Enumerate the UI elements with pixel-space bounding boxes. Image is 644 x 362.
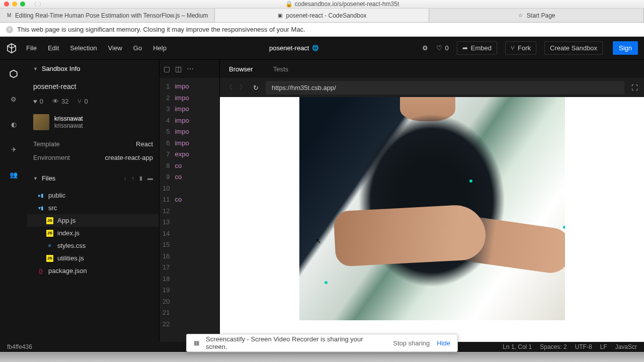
heart-icon: ♥ — [33, 98, 37, 105]
stop-sharing-button[interactable]: Stop sharing — [393, 339, 430, 347]
menu-help[interactable]: Help — [153, 44, 167, 52]
encoding[interactable]: UTF-8 — [575, 343, 592, 350]
folder-src[interactable]: ▾▮src — [27, 202, 159, 214]
hide-button[interactable]: Hide — [437, 339, 450, 347]
file-utilities-js[interactable]: JSutilities.js — [27, 252, 159, 264]
line-gutter: 12345678910111213141516171819202122 — [159, 78, 175, 348]
environment-row: Environment create-react-app — [27, 151, 159, 164]
author-names: krissnawat krissnawat — [54, 115, 83, 129]
menu-selection[interactable]: Selection — [70, 44, 97, 52]
rocket-icon[interactable]: ✈ — [9, 144, 19, 154]
likes-count[interactable]: ♡0 — [436, 44, 449, 52]
file-styles-css[interactable]: ≡styles.css — [27, 239, 159, 252]
language-mode[interactable]: JavaScr — [615, 343, 637, 350]
menu-view[interactable]: View — [108, 44, 122, 52]
fork-button[interactable]: ⑂Fork — [505, 41, 536, 55]
author-row[interactable]: krissnawat krissnawat — [27, 114, 159, 137]
upload-icon[interactable]: ↑ — [132, 175, 135, 182]
menu-file[interactable]: File — [26, 44, 37, 52]
fork-icon: ⑂ — [77, 98, 82, 105]
lock-icon: 🔒 — [285, 1, 293, 8]
preview-url-bar: 〈 〉 ↻ https://hm35t.csb.app/ ⛶ — [220, 78, 644, 97]
activity-bar: ⚙ ◐ ✈ 👥 — [0, 60, 27, 348]
json-icon: {} — [37, 267, 44, 275]
more-icon[interactable]: ⋯ — [187, 65, 194, 73]
back-icon[interactable]: 〈 — [31, 1, 37, 8]
keypoint-icon — [563, 226, 565, 229]
js-icon: JS — [46, 230, 53, 237]
gear-icon[interactable]: ⚙ — [9, 94, 19, 104]
explorer-icon[interactable] — [9, 69, 19, 79]
keypoint-icon — [325, 281, 328, 284]
new-file-icon[interactable]: ▮ — [139, 175, 142, 182]
expand-icon[interactable]: ⛶ — [631, 84, 638, 92]
zoom-window-icon[interactable] — [20, 2, 25, 7]
git-hash[interactable]: fb4ffe436 — [7, 343, 32, 350]
browser-tab-startpage[interactable]: ☆ Start Page — [429, 9, 644, 22]
screen-share-bar: ▮▮ Screencastify - Screen Video Recorder… — [186, 334, 458, 352]
sign-in-button[interactable]: Sign — [613, 41, 638, 55]
star-icon: ☆ — [518, 13, 524, 19]
new-folder-icon[interactable]: ▬ — [147, 175, 153, 182]
stat-likes: ♥0 — [33, 98, 43, 105]
js-icon: JS — [46, 217, 53, 224]
folder-icon: ▸▮ — [37, 192, 44, 199]
sandbox-info-header[interactable]: ▼ Sandbox Info — [27, 60, 159, 77]
cursor-position[interactable]: Ln 1, Col 1 — [503, 343, 532, 350]
preview-url-input[interactable]: https://hm35t.csb.app/ — [266, 81, 624, 95]
sandbox-title[interactable]: posenet-react — [33, 82, 159, 90]
menu-edit[interactable]: Edit — [48, 44, 59, 52]
file-index-js[interactable]: JSindex.js — [27, 227, 159, 239]
eye-icon: 👁 — [52, 98, 59, 105]
close-icon[interactable]: × — [6, 26, 13, 33]
close-window-icon[interactable] — [4, 2, 9, 7]
tab-label: Start Page — [527, 12, 555, 19]
chevron-down-icon: ▼ — [33, 176, 38, 181]
folder-public[interactable]: ▸▮public — [27, 189, 159, 202]
file-app-js[interactable]: JSApp.js — [27, 214, 159, 227]
folder-open-icon: ▾▮ — [37, 205, 44, 212]
create-sandbox-button[interactable]: Create Sandbox — [544, 41, 603, 55]
codesandbox-topbar: File Edit Selection View Go Help posenet… — [0, 37, 644, 60]
tab-label: Editing Real-Time Human Pose Estimation … — [15, 12, 208, 19]
warning-text: This web page is using significant memor… — [17, 26, 305, 33]
chevron-down-icon: ▼ — [33, 66, 38, 71]
forward-icon[interactable]: 〉 — [39, 1, 44, 8]
file-package-json[interactable]: {}package.json — [27, 264, 159, 277]
browser-tab-codesandbox[interactable]: ▣ posenet-react - CodeSandbox — [215, 9, 430, 22]
code-editor[interactable]: 12345678910111213141516171819202122 impo… — [159, 78, 219, 348]
minimize-window-icon[interactable] — [12, 2, 17, 7]
nav-arrows: 〈 〉 — [31, 1, 44, 8]
indent-setting[interactable]: Spaces: 2 — [540, 343, 567, 350]
project-title[interactable]: posenet-react 🌐 — [167, 44, 422, 52]
sandbox-stats: ♥0 👁32 ⑂0 — [27, 98, 159, 114]
gear-icon[interactable]: ⚙ — [422, 44, 428, 52]
embed-button[interactable]: ➦Embed — [457, 41, 497, 55]
layout-icon[interactable]: ▢ — [164, 65, 170, 73]
globe-icon: 🌐 — [312, 45, 319, 51]
sidebar: ▼ Sandbox Info posenet-react ♥0 👁32 ⑂0 k… — [27, 60, 159, 348]
live-icon[interactable]: 👥 — [9, 169, 19, 179]
browser-tab-medium[interactable]: M Editing Real-Time Human Pose Estimatio… — [0, 9, 215, 22]
editor-pane: ▢ ◫ ⋯ 1234567891011121314151617181920212… — [159, 60, 219, 348]
menu-go[interactable]: Go — [133, 44, 142, 52]
back-icon[interactable]: 〈 — [226, 83, 232, 92]
address-bar[interactable]: 🔒 codesandbox.io/s/posenet-react-hm35t — [44, 1, 640, 8]
memory-warning-bar: × This web page is using significant mem… — [0, 23, 644, 37]
download-icon[interactable]: ↓ — [124, 175, 127, 182]
tab-browser[interactable]: Browser — [229, 65, 253, 73]
split-icon[interactable]: ◫ — [175, 65, 182, 73]
pause-icon[interactable]: ▮▮ — [194, 339, 199, 346]
tab-tests[interactable]: Tests — [273, 65, 288, 73]
github-icon[interactable]: ◐ — [9, 119, 19, 129]
file-tree: ▸▮public ▾▮src JSApp.js JSindex.js ≡styl… — [27, 187, 159, 279]
forward-icon[interactable]: 〉 — [239, 83, 246, 92]
stat-views: 👁32 — [52, 98, 68, 105]
codesandbox-logo-icon[interactable] — [6, 43, 17, 54]
avatar — [33, 114, 49, 130]
eol[interactable]: LF — [600, 343, 607, 350]
files-header[interactable]: ▼ Files ↓ ↑ ▮ ▬ — [27, 169, 159, 187]
preview-tabs: Browser Tests — [220, 60, 644, 78]
preview-body: ↖ — [220, 97, 644, 348]
reload-icon[interactable]: ↻ — [253, 84, 259, 92]
